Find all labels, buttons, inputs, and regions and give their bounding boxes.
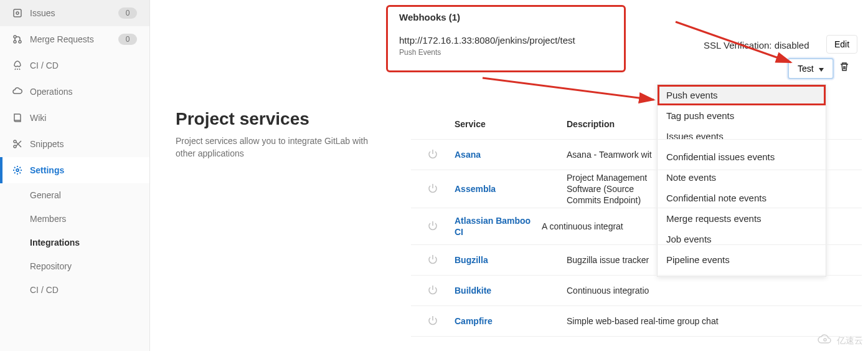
sidebar-item-label: Merge Requests xyxy=(30,34,118,44)
svg-point-2 xyxy=(14,36,16,38)
power-icon xyxy=(428,285,438,297)
service-link-asana[interactable]: Asana xyxy=(455,150,481,160)
sidebar-item-label: Settings xyxy=(30,165,137,175)
sidebar-item-label: Issues xyxy=(30,8,118,18)
test-button[interactable]: Test xyxy=(788,58,834,79)
svg-point-1 xyxy=(16,12,19,14)
svg-point-6 xyxy=(14,145,16,148)
sidebar-item-operations[interactable]: Operations xyxy=(0,79,149,105)
sidebar-item-label: Snippets xyxy=(30,139,137,149)
power-icon xyxy=(428,221,438,233)
badge-count: 0 xyxy=(118,34,137,45)
book-icon xyxy=(12,113,22,123)
power-icon xyxy=(428,315,438,327)
webhook-url: http://172.16.1.33:8080/jenkins/project/… xyxy=(399,35,613,46)
main-content: Project services Project services allow … xyxy=(149,0,868,351)
service-desc: Project Management Software (Source Comm… xyxy=(567,172,666,206)
watermark: 亿速云 xyxy=(817,334,863,347)
sidebar-item-wiki[interactable]: Wiki xyxy=(0,105,149,131)
annotation-arrow xyxy=(479,75,660,112)
col-header-description: Description xyxy=(567,119,862,129)
gear-icon xyxy=(12,165,22,175)
svg-point-4 xyxy=(19,41,21,43)
test-button-label: Test xyxy=(798,64,814,74)
dropdown-item-push-events[interactable]: Push events xyxy=(658,85,826,105)
service-link-bugzilla[interactable]: Bugzilla xyxy=(455,255,488,265)
col-header-service: Service xyxy=(455,119,567,129)
service-link-buildkite[interactable]: Buildkite xyxy=(455,286,491,296)
sidebar-sub-label: General xyxy=(30,190,61,200)
service-link-campfire[interactable]: Campfire xyxy=(455,316,493,326)
sidebar-item-label: Operations xyxy=(30,87,137,97)
service-link-bamboo[interactable]: Atlassian Bamboo CI xyxy=(455,216,531,237)
service-desc: Bugzilla issue tracker xyxy=(567,255,862,265)
sidebar-sub-label: CI / CD xyxy=(30,285,59,295)
service-desc: Asana - Teamwork wit xyxy=(567,150,862,160)
section-desc: Project services allow you to integrate … xyxy=(176,135,375,160)
power-icon xyxy=(428,254,438,266)
sidebar-item-merge-requests[interactable]: Merge Requests 0 xyxy=(0,26,149,52)
edit-button[interactable]: Edit xyxy=(826,35,857,54)
svg-rect-0 xyxy=(14,9,21,17)
sidebar: Issues 0 Merge Requests 0 CI / CD Operat… xyxy=(0,0,150,351)
rocket-icon xyxy=(12,60,22,70)
sidebar-item-label: CI / CD xyxy=(30,60,137,70)
merge-icon xyxy=(12,34,22,44)
watermark-text: 亿速云 xyxy=(837,335,863,347)
delete-button[interactable] xyxy=(836,61,853,74)
webhook-box: Webhooks (1) http://172.16.1.33:8080/jen… xyxy=(386,5,626,72)
sidebar-item-label: Wiki xyxy=(30,113,137,123)
svg-point-3 xyxy=(14,41,16,43)
webhook-title: Webhooks (1) xyxy=(399,12,613,22)
sidebar-item-snippets[interactable]: Snippets xyxy=(0,131,149,157)
table-row: Asana Asana - Teamwork wit xyxy=(411,140,862,170)
sidebar-item-issues[interactable]: Issues 0 xyxy=(0,0,149,26)
cloud-logo-icon xyxy=(817,334,834,347)
service-desc: Simple web-based real-time group chat xyxy=(567,316,862,326)
sidebar-item-settings[interactable]: Settings xyxy=(0,157,149,183)
table-header: Service Description xyxy=(411,109,862,140)
ssl-verification-text: SSL Verification: disabled xyxy=(704,40,809,50)
badge-count: 0 xyxy=(118,7,137,19)
table-row: Atlassian Bamboo CI A continuous integra… xyxy=(411,208,862,245)
svg-point-5 xyxy=(14,140,16,143)
table-row: Buildkite Continuous integratio xyxy=(411,276,862,306)
services-table: Service Description Asana Asana - Teamwo… xyxy=(411,109,862,337)
sidebar-sub-label: Members xyxy=(30,214,66,224)
sidebar-sub-label: Integrations xyxy=(30,238,80,248)
sidebar-sub-repository[interactable]: Repository xyxy=(0,254,149,278)
service-link-assembla[interactable]: Assembla xyxy=(455,184,496,194)
webhook-events: Push Events xyxy=(399,48,613,57)
power-icon xyxy=(428,183,438,195)
sidebar-sub-general[interactable]: General xyxy=(0,183,149,207)
sidebar-sub-label: Repository xyxy=(30,261,72,271)
section-heading: Project services Project services allow … xyxy=(176,109,375,160)
issues-icon xyxy=(12,8,22,18)
service-desc: Continuous integratio xyxy=(567,286,862,296)
sidebar-sub-integrations[interactable]: Integrations xyxy=(0,231,149,254)
sidebar-item-ci-cd[interactable]: CI / CD xyxy=(0,52,149,79)
cloud-icon xyxy=(12,87,22,97)
sidebar-sub-members[interactable]: Members xyxy=(0,207,149,231)
section-title: Project services xyxy=(176,109,375,129)
scissors-icon xyxy=(12,139,22,149)
table-row: Campfire Simple web-based real-time grou… xyxy=(411,306,862,337)
sidebar-sub-ci-cd[interactable]: CI / CD xyxy=(0,278,149,302)
table-row: Bugzilla Bugzilla issue tracker xyxy=(411,245,862,276)
svg-point-8 xyxy=(824,339,826,341)
caret-down-icon xyxy=(819,64,824,74)
power-icon xyxy=(428,149,438,161)
svg-point-7 xyxy=(16,169,19,171)
service-desc: A continuous integrat xyxy=(542,221,862,231)
table-row: Assembla Project Management Software (So… xyxy=(411,170,862,208)
trash-icon xyxy=(839,64,849,74)
